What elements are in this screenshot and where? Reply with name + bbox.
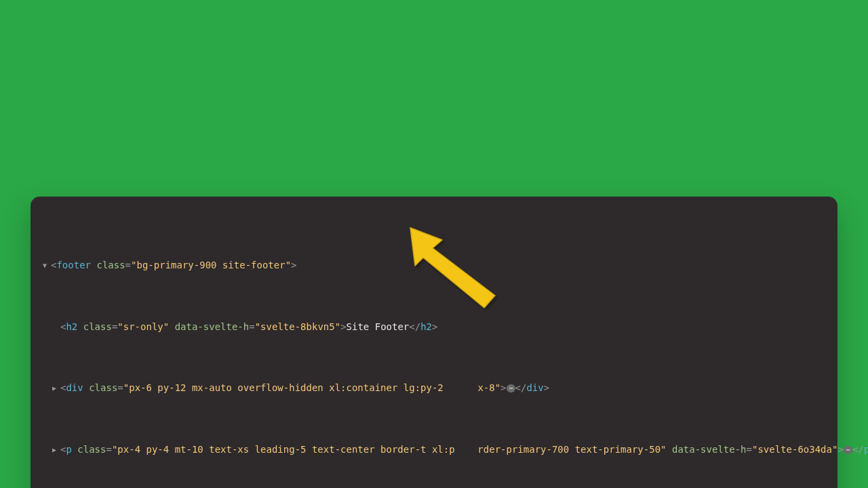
chevron-right-icon[interactable]: ▶ bbox=[52, 382, 60, 394]
chevron-down-icon[interactable]: ▼ bbox=[43, 260, 51, 272]
dom-node-h2[interactable]: <h2 class="sr-only" data-svelte-h="svelt… bbox=[41, 308, 827, 333]
dom-node-p-collapsed[interactable]: ▶<p class="px-4 py-4 mt-10 text-xs leadi… bbox=[41, 431, 827, 456]
dom-node-footer-open[interactable]: ▼<footer class="bg-primary-900 site-foot… bbox=[41, 247, 827, 272]
devtools-dom-panel[interactable]: ▼<footer class="bg-primary-900 site-foot… bbox=[31, 197, 837, 488]
ellipsis-icon[interactable]: ⋯ bbox=[844, 446, 852, 454]
ellipsis-icon[interactable]: ⋯ bbox=[507, 384, 515, 392]
dom-node-div-collapsed[interactable]: ▶<div class="px-6 py-12 mx-auto overflow… bbox=[41, 369, 827, 394]
dom-text-content: Site Footer bbox=[347, 321, 410, 332]
dom-tree[interactable]: ▼<footer class="bg-primary-900 site-foot… bbox=[41, 210, 827, 488]
chevron-right-icon[interactable]: ▶ bbox=[52, 444, 60, 456]
